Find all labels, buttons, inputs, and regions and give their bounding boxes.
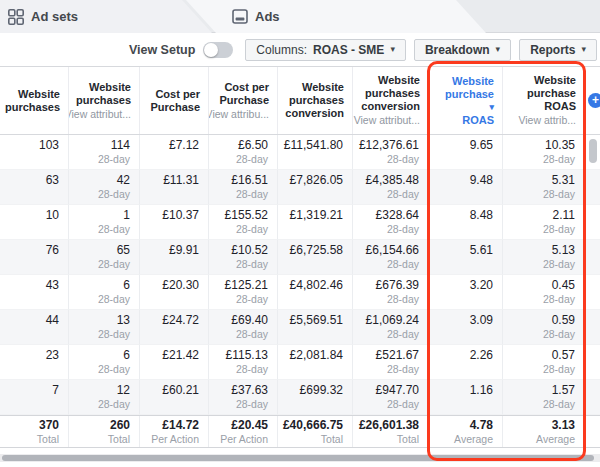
cell-value: £7.12 (169, 138, 199, 153)
table-cell: 44 (0, 310, 69, 345)
cell-value: 5.61 (470, 243, 493, 258)
view-setup-label: View Setup (129, 43, 195, 57)
columns-button[interactable]: Columns: ROAS - SME ▾ (245, 39, 406, 61)
metrics-table: Website purchasesWebsite purchasesView a… (0, 66, 600, 448)
column-header[interactable]: Website purchases conversionView attribu… (353, 67, 429, 134)
table-cell: 0.5728-day (503, 345, 585, 380)
attribution-window-label: 28-day (236, 258, 268, 271)
table-cell: 63 (0, 170, 69, 205)
table-row[interactable]: 43628-day£20.30£125.2128-day£4,802.46£67… (0, 275, 600, 310)
cell-value: £2,081.84 (290, 348, 343, 363)
cell-value: £60.21 (162, 383, 199, 398)
vertical-scrollbar[interactable] (589, 139, 597, 163)
tab-ad-sets-label: Ad sets (31, 9, 78, 24)
cell-value: £12,376.61 (359, 138, 419, 153)
cell-value: 1.57 (552, 383, 575, 398)
table-cell: £6,725.58 (278, 240, 353, 275)
attribution-window-label: 28-day (236, 363, 268, 376)
table-cell: £24.72 (140, 310, 209, 345)
table-row[interactable]: 10128-day£10.37£155.5228-day£1,319.21£32… (0, 205, 600, 240)
view-attribution-link[interactable]: View attribu... (209, 108, 269, 121)
column-header[interactable]: Website purchase ROASView attrib... (503, 67, 585, 134)
cell-value: 0.45 (552, 278, 575, 293)
sort-desc-icon: ▾ (431, 101, 494, 114)
totals-label: Total (37, 433, 59, 446)
table-row[interactable]: 634228-day£11.31£16.5128-day£7,826.05£4,… (0, 170, 600, 205)
table-cell: £2,081.84 (278, 345, 353, 380)
column-header[interactable]: Website purchase ▾ ROAS (429, 67, 503, 134)
cell-value: 5.31 (552, 173, 575, 188)
cell-value: 44 (46, 313, 59, 328)
horizontal-scrollbar-thumb[interactable] (2, 455, 594, 461)
cell-value: £125.21 (225, 278, 268, 293)
totals-cell: 370Total (0, 416, 69, 447)
column-header[interactable]: Cost per Purchase (140, 67, 209, 134)
cell-value: £20.30 (162, 278, 199, 293)
cell-value: 9.48 (470, 173, 493, 188)
totals-label: Average (536, 433, 575, 446)
reports-button[interactable]: Reports ▾ (519, 39, 597, 61)
view-attribution-link[interactable]: View attrib... (518, 114, 576, 127)
table-cell: 2.1128-day (503, 205, 585, 240)
tab-ads[interactable]: Ads (184, 0, 486, 33)
table-cell: £37.6328-day (209, 380, 278, 415)
add-column-button[interactable]: + (588, 93, 600, 108)
table-row[interactable]: 10311428-day£7.12£6.5028-day£11,541.80£1… (0, 135, 600, 170)
cell-value: 114 (111, 138, 130, 153)
table-row[interactable]: 23628-day£21.42£115.1328-day£2,081.84£52… (0, 345, 600, 380)
table-cell: £16.5128-day (209, 170, 278, 205)
table-cell: 5.61 (429, 240, 503, 275)
table-row[interactable]: 441328-day£24.72£69.4028-day£5,569.51£1,… (0, 310, 600, 345)
cell-value: 9.65 (470, 138, 493, 153)
cell-value: £115.13 (226, 348, 269, 363)
table-cell: 1.5728-day (503, 380, 585, 415)
totals-value: 260 (110, 418, 130, 433)
table-cell: £10.37 (140, 205, 209, 240)
table-cell: £21.42 (140, 345, 209, 380)
column-header[interactable]: Website purchases conversion (278, 67, 353, 134)
column-header[interactable]: Website purchasesView attribut... (69, 67, 140, 134)
view-attribution-link[interactable]: View attribut... (69, 108, 131, 121)
horizontal-scrollbar[interactable] (0, 454, 600, 462)
table-cell: 3.09 (429, 310, 503, 345)
scrollbar-gutter-cell (585, 345, 600, 380)
view-attribution-link[interactable]: View attribut... (354, 114, 420, 127)
attribution-window-label: 28-day (543, 153, 575, 166)
table-row[interactable]: 766528-day£9.91£10.5228-day£6,725.58£6,1… (0, 240, 600, 275)
table-cell: 103 (0, 135, 69, 170)
totals-cell: £20.45Per Action (209, 416, 278, 447)
totals-value: £14.72 (162, 418, 199, 433)
cell-value: £6.50 (238, 138, 268, 153)
view-setup-toggle[interactable] (203, 42, 233, 58)
table-body: 10311428-day£7.12£6.5028-day£11,541.80£1… (0, 135, 600, 415)
cell-value: £155.52 (225, 208, 268, 223)
attribution-window-label: 28-day (387, 363, 419, 376)
scrollbar-gutter-cell (585, 275, 600, 310)
attribution-window-label: 28-day (98, 153, 130, 166)
attribution-window-label: 28-day (236, 398, 268, 411)
column-header[interactable]: Cost per PurchaseView attribu... (209, 67, 278, 134)
tab-ad-sets[interactable]: Ad sets (0, 0, 212, 33)
attribution-window-label: 28-day (98, 328, 130, 341)
cell-value: £699.32 (300, 383, 343, 398)
cell-value: 103 (39, 138, 59, 153)
scrollbar-gutter-cell (585, 240, 600, 275)
table-cell: £10.5228-day (209, 240, 278, 275)
table-cell: 1.16 (429, 380, 503, 415)
table-cell: 3.20 (429, 275, 503, 310)
chevron-down-icon: ▾ (496, 45, 501, 54)
column-header[interactable]: Website purchases (0, 67, 69, 134)
cell-value: 13 (117, 313, 130, 328)
table-cell: 10.3528-day (503, 135, 585, 170)
attribution-window-label: 28-day (543, 328, 575, 341)
table-row[interactable]: 71228-day£60.21£37.6328-day£699.32£947.7… (0, 380, 600, 415)
cell-value: 42 (117, 173, 130, 188)
breakdown-button[interactable]: Breakdown ▾ (414, 39, 511, 61)
cell-value: 6 (123, 278, 130, 293)
cell-value: 5.13 (552, 243, 575, 258)
table-cell: £947.7028-day (353, 380, 429, 415)
table-cell: £11,541.80 (278, 135, 353, 170)
attribution-window-label: 28-day (387, 188, 419, 201)
cell-value: £6,154.66 (366, 243, 419, 258)
table-cell: £328.6428-day (353, 205, 429, 240)
